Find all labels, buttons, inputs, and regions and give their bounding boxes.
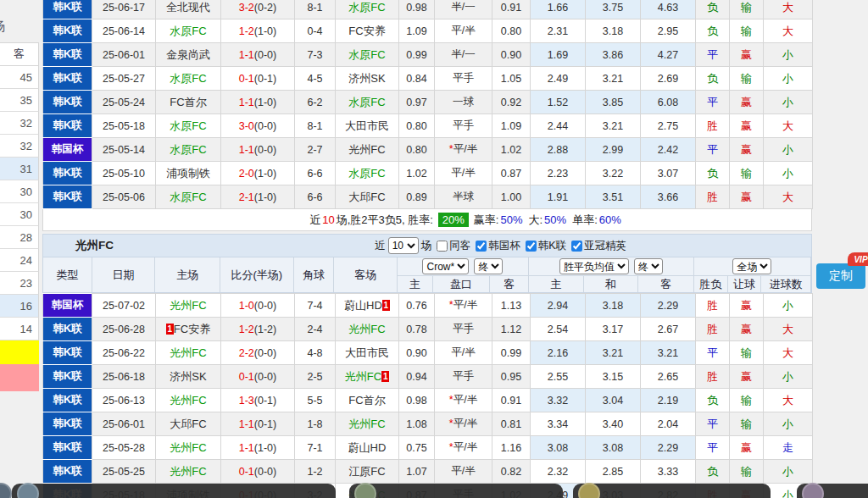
header-dropdowns: 胜平负均值终 (529, 257, 693, 276)
left-col-value: 23 (0, 272, 39, 295)
match-row[interactable]: 韩K联25-05-18水原FC3-0(0-0)8-1大田市民0.80平手1.09… (43, 114, 813, 138)
date-cell: 25-06-01 (92, 412, 156, 436)
red-card-badge: 1 (382, 300, 390, 311)
away-team-cell: 大邱FC (336, 185, 399, 209)
filter-checkbox[interactable]: 韩K联 (526, 239, 566, 253)
team-name[interactable]: 光州FC (170, 465, 206, 478)
fullmatch-range-select[interactable]: 全场 (732, 258, 771, 274)
match-row[interactable]: 韩K联25-06-01金泉尚武1-1(0-0)7-3水原FC0.99半/一0.9… (43, 43, 813, 67)
corner-cell: 2-7 (295, 138, 336, 162)
match-row[interactable]: 韩K联25-06-01大邱FC1-1(0-1)1-8光州FC1.08*平/半0.… (43, 412, 813, 436)
handicap-text: 平/半 (453, 418, 477, 429)
team-name[interactable]: 蔚山HD (344, 299, 382, 312)
team-name[interactable]: 全北现代 (166, 1, 210, 14)
team-name[interactable]: 大田市民 (345, 346, 389, 359)
team-name[interactable]: FC安养 (348, 25, 385, 37)
team-name[interactable]: 光州FC (345, 370, 381, 383)
filter-checkbox[interactable]: 韩国杯 (476, 239, 520, 253)
asian-away-odds: 1.12 (492, 318, 531, 341)
team-name[interactable]: 济州SK (170, 370, 206, 383)
match-row[interactable]: 韩K联25-06-18济州SK0-1(0-0)2-5光州FC10.94平手0.9… (43, 365, 813, 389)
team-name[interactable]: 光州FC (170, 299, 206, 312)
result-goals: 大 (764, 318, 813, 341)
team-name[interactable]: FC首尔 (348, 394, 385, 407)
team-name[interactable]: 大田市民 (345, 119, 389, 132)
checkbox-input[interactable] (437, 241, 448, 252)
final-score: 0-1 (239, 73, 254, 85)
match-row[interactable]: 韩K联25-06-17全北现代3-2(0-2)8-1水原FC0.98半/一0.9… (43, 0, 813, 19)
match-row[interactable]: 韩国杯25-05-14水原FC1-1(0-0)2-7光州FC0.80*平/半1.… (43, 138, 813, 162)
match-row[interactable]: 韩K联25-05-28光州FC1-1(1-0)7-1蔚山HD0.75*平/半1.… (43, 436, 813, 460)
team-name[interactable]: 水原FC (348, 48, 385, 61)
team-name[interactable]: FC首尔 (170, 96, 206, 108)
half-score: (1-2) (254, 324, 276, 335)
score-cell: 1-1(0-1) (221, 412, 295, 436)
result-goals: 大 (764, 185, 813, 209)
handicap-cell: 平手 (435, 318, 492, 341)
checkbox-input[interactable] (571, 241, 582, 252)
score-cell: 1-2(1-2) (221, 318, 295, 341)
team-name[interactable]: 水原FC (170, 191, 206, 203)
team-name[interactable]: 水原FC (170, 25, 206, 37)
corner-cell: 8-1 (295, 0, 336, 19)
taskbar-item[interactable] (349, 484, 563, 498)
team-name[interactable]: 金泉尚武 (166, 48, 210, 61)
team-name[interactable]: 水原FC (170, 143, 206, 156)
match-row[interactable]: 韩国杯25-07-02光州FC1-0(0-0)7-4蔚山HD10.76*平/半1… (43, 294, 813, 318)
checkbox-input[interactable] (476, 241, 487, 252)
home-team-cell: 光州FC (156, 460, 221, 484)
crown-stage-select[interactable]: 终 (474, 258, 503, 274)
crown-odds-select[interactable]: Crow* (422, 258, 469, 274)
match-row[interactable]: 韩K联25-06-281FC安养1-2(1-2)2-4光州FC0.78平手1.1… (43, 318, 813, 341)
handicap-cell: 平/半 (435, 460, 492, 484)
checkbox-input[interactable] (526, 241, 537, 252)
team-name[interactable]: 浦项制铁 (166, 167, 210, 180)
record-summary: 近10场,胜2平3负5, 胜率:20%赢率:50%大:50%单率:60% (42, 209, 812, 231)
team-name[interactable]: 光州FC (348, 143, 385, 156)
match-row[interactable]: 韩K联25-06-14水原FC1-2(1-0)0-4FC安养1.09平/半0.8… (43, 19, 813, 43)
taskbar-item[interactable] (573, 484, 771, 498)
match-row[interactable]: 韩K联25-05-25光州FC0-1(0-0)1-2江原FC1.07平/半0.8… (43, 460, 813, 484)
handicap-cell: *平/半 (435, 294, 492, 318)
asian-home-odds: 0.80 (399, 114, 435, 138)
half-score: (0-0) (254, 49, 276, 61)
team-name[interactable]: 光州FC (170, 441, 206, 454)
team-name[interactable]: 水原FC (348, 1, 385, 14)
filter-checkbox[interactable]: 亚冠精英 (571, 239, 626, 253)
taskbar-item[interactable] (12, 484, 336, 498)
result-goals: 小 (764, 294, 813, 318)
team-name[interactable]: 大邱FC (170, 418, 206, 430)
team-name[interactable]: 光州FC (348, 418, 385, 430)
team-name[interactable]: 光州FC (170, 394, 206, 407)
team-name[interactable]: 江原FC (348, 465, 385, 478)
corner-cell: 2-5 (295, 365, 336, 389)
customize-button[interactable]: 定制 (816, 263, 865, 289)
handicap-cell: *平/半 (435, 412, 492, 436)
wdl-mean-select[interactable]: 胜平负均值 (559, 258, 629, 274)
match-row[interactable]: 韩K联25-05-24FC首尔1-1(1-0)6-2水原FC0.97一球0.92… (43, 91, 813, 114)
handicap-text: 平手 (453, 119, 474, 131)
team-name[interactable]: 水原FC (170, 72, 206, 85)
team-name[interactable]: 济州SK (348, 72, 385, 85)
match-row[interactable]: 韩K联25-05-06水原FC2-1(1-0)6-6大邱FC0.89半球1.00… (43, 185, 813, 209)
team-name[interactable]: 光州FC (170, 346, 206, 359)
team-name[interactable]: FC安养 (174, 323, 210, 335)
recent-count-select[interactable]: 10 (388, 237, 419, 254)
match-row[interactable]: 韩K联25-06-13光州FC1-3(0-1)5-5FC首尔0.98*平/半0.… (43, 389, 813, 412)
euro-draw-odds: 3.18 (586, 294, 641, 318)
result-wdl: 负 (696, 67, 730, 91)
team-name[interactable]: 水原FC (348, 167, 385, 180)
team-name[interactable]: 大邱FC (348, 191, 385, 203)
result-wdl: 负 (696, 19, 730, 43)
asian-away-odds: 0.99 (492, 341, 531, 365)
team-name[interactable]: 蔚山HD (348, 441, 387, 454)
wdl-stage-select[interactable]: 终 (634, 258, 663, 274)
team-name[interactable]: 水原FC (170, 119, 206, 132)
match-row[interactable]: 韩K联25-05-10浦项制铁2-0(1-0)6-6水原FC1.02平/半0.8… (43, 162, 813, 185)
match-row[interactable]: 韩K联25-05-27水原FC0-1(0-1)4-5济州SK0.84平手1.05… (43, 67, 813, 91)
match-row[interactable]: 韩K联25-06-22光州FC2-2(0-0)4-8大田市民0.90平/半0.9… (43, 341, 813, 365)
filter-checkbox[interactable]: 同客 (437, 239, 470, 253)
team-name[interactable]: 水原FC (348, 96, 385, 108)
header-group: 全场胜负让球进球数 (694, 257, 811, 292)
team-name[interactable]: 光州FC (348, 323, 385, 335)
